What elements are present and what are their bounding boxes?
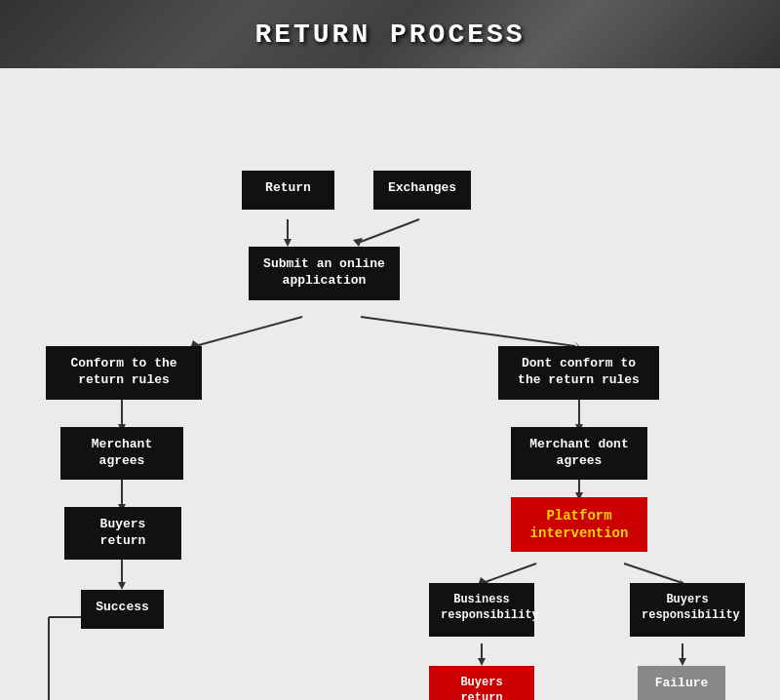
header: RETURN PROCESS bbox=[0, 0, 780, 68]
buyers-return-right-box: Buyers return bbox=[429, 666, 534, 700]
business-resp-box: Business responsibility bbox=[429, 583, 534, 637]
merchant-agrees-box: Merchant agrees bbox=[60, 427, 183, 480]
merchant-dont-box: Merchant dont agrees bbox=[511, 427, 647, 480]
conform-box: Conform to the return rules bbox=[46, 346, 202, 400]
svg-line-24 bbox=[624, 564, 682, 583]
buyers-resp-box: Buyers responsibility bbox=[630, 583, 745, 637]
exchanges-box: Exchanges bbox=[373, 171, 471, 210]
diagram-area: Return Exchanges Submit an online applic… bbox=[0, 68, 780, 700]
failure-box: Failure bbox=[638, 666, 725, 700]
svg-line-4 bbox=[195, 317, 302, 346]
platform-box: Platform intervention bbox=[511, 497, 647, 552]
svg-marker-13 bbox=[118, 582, 126, 590]
svg-marker-27 bbox=[478, 658, 486, 666]
page-title: RETURN PROCESS bbox=[254, 19, 525, 50]
success-box: Success bbox=[81, 590, 164, 629]
svg-marker-29 bbox=[679, 658, 686, 666]
svg-marker-1 bbox=[284, 239, 292, 247]
svg-line-22 bbox=[483, 564, 536, 583]
dont-conform-box: Dont conform to the return rules bbox=[498, 346, 659, 400]
svg-line-2 bbox=[361, 219, 419, 242]
svg-marker-3 bbox=[353, 238, 363, 247]
submit-box: Submit an online application bbox=[249, 247, 400, 300]
return-box: Return bbox=[242, 171, 334, 210]
svg-line-6 bbox=[361, 317, 575, 346]
buyers-return-left-box: Buyers return bbox=[64, 507, 181, 560]
